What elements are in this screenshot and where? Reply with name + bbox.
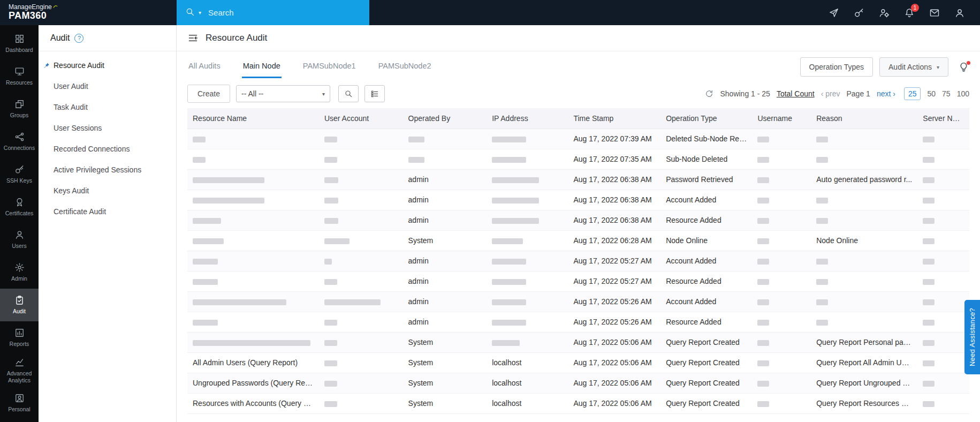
search-input[interactable]	[208, 8, 337, 17]
sidebar-item-keys-audit[interactable]: Keys Audit	[39, 180, 176, 201]
operation-type-filter-select[interactable]: -- All -- ▾	[236, 85, 330, 102]
sidebar-item-advanced-analytics[interactable]: Advanced Analytics	[0, 354, 39, 387]
table-search-button[interactable]	[338, 85, 359, 102]
column-header[interactable]: Time Stamp	[568, 108, 660, 129]
sidebar-item-label: SSH Keys	[6, 177, 32, 184]
table-row[interactable]: SystemAug 17, 2022 05:06 AMQuery Report …	[187, 332, 969, 352]
page-size-100[interactable]: 100	[957, 89, 969, 98]
filter-selected-value: -- All --	[241, 89, 263, 98]
table-row[interactable]: adminAug 17, 2022 06:38 AMResource Added	[187, 210, 969, 230]
sidebar-item-user-sessions[interactable]: User Sessions	[39, 117, 176, 138]
audit-actions-button[interactable]: Audit Actions ▾	[879, 57, 948, 77]
table-row[interactable]: adminAug 17, 2022 06:38 AMPassword Retri…	[187, 169, 969, 190]
total-count-link[interactable]: Total Count	[777, 89, 815, 98]
collapse-sidebar-icon[interactable]	[187, 33, 199, 44]
tab-pamsubnode1[interactable]: PAMSubNode1	[302, 56, 357, 78]
user-settings-icon[interactable]	[879, 7, 890, 18]
sidebar-item-dashboard[interactable]: Dashboard	[0, 27, 39, 60]
need-assistance-tab[interactable]: Need Assistance?	[964, 300, 980, 374]
redacted-value	[492, 238, 523, 244]
sidebar-item-connections[interactable]: Connections	[0, 125, 39, 158]
column-header[interactable]: Operation Type	[660, 108, 752, 129]
table-cell: Resource Added	[660, 210, 752, 230]
table-cell: Sub-Node Deleted	[660, 149, 752, 169]
page-size-25[interactable]: 25	[904, 87, 921, 100]
table-row[interactable]: Aug 17, 2022 07:35 AMSub-Node Deleted	[187, 149, 969, 169]
table-row[interactable]: Aug 17, 2022 07:39 AMDeleted Sub-Node Re…	[187, 129, 969, 149]
sidebar-item-resource-audit[interactable]: Resource Audit	[39, 55, 176, 76]
page-size-75[interactable]: 75	[942, 89, 951, 98]
table-row[interactable]: Resources with Accounts (Query Re...Syst…	[187, 393, 969, 413]
table-row[interactable]: adminAug 17, 2022 06:38 AMAccount Added	[187, 190, 969, 210]
table-cell	[917, 373, 969, 393]
key-icon[interactable]	[854, 7, 864, 18]
redacted-value	[492, 218, 539, 224]
create-button[interactable]: Create	[187, 85, 230, 103]
column-header[interactable]: Resource Name	[187, 108, 319, 129]
table-cell	[917, 352, 969, 373]
table-cell	[917, 169, 969, 190]
table-row[interactable]: adminAug 17, 2022 05:27 AMAccount Added	[187, 251, 969, 271]
bell-icon[interactable]: 1	[904, 7, 915, 18]
tab-all-audits[interactable]: All Audits	[187, 56, 222, 78]
table-cell	[811, 210, 917, 230]
sidebar-item-resources[interactable]: Resources	[0, 60, 39, 93]
sidebar-item-recorded-connections[interactable]: Recorded Connections	[39, 138, 176, 159]
send-icon[interactable]	[829, 7, 839, 18]
page-size-50[interactable]: 50	[927, 89, 936, 98]
table-cell	[811, 291, 917, 312]
sidebar-item-certificate-audit[interactable]: Certificate Audit	[39, 201, 176, 222]
table-row[interactable]: adminAug 17, 2022 05:26 AMResource Added	[187, 312, 969, 332]
table-cell: Aug 17, 2022 05:06 AM	[568, 373, 660, 393]
column-header[interactable]: User Account	[319, 108, 403, 129]
sidebar-item-ssh-keys[interactable]: SSH Keys	[0, 158, 39, 191]
sidebar-item-users[interactable]: Users	[0, 223, 39, 256]
search-icon[interactable]	[185, 7, 195, 19]
tab-pamsubnode2[interactable]: PAMSubNode2	[377, 56, 432, 78]
table-cell	[917, 190, 969, 210]
redacted-value	[923, 360, 935, 366]
table-cell: Account Added	[660, 190, 752, 210]
column-header[interactable]: Operated By	[403, 108, 487, 129]
sidebar-item-task-audit[interactable]: Task Audit	[39, 96, 176, 117]
sidebar-item-label: Keys Audit	[54, 186, 89, 195]
brand-logo[interactable]: ManageEngine PAM360	[0, 0, 177, 25]
search-category-caret-icon[interactable]: ▾	[199, 10, 201, 16]
sidebar-item-audit[interactable]: Audit	[0, 289, 39, 321]
help-icon[interactable]: ?	[74, 34, 83, 43]
tab-main-node[interactable]: Main Node	[242, 56, 282, 78]
column-header[interactable]: Server Name	[917, 108, 969, 129]
sidebar-item-user-audit[interactable]: User Audit	[39, 76, 176, 96]
ssh-keys-icon	[14, 164, 25, 175]
redacted-value	[193, 299, 286, 305]
sidebar-item-label: Active Privileged Sessions	[54, 165, 141, 174]
column-header[interactable]: Reason	[811, 108, 917, 129]
table-row[interactable]: adminAug 17, 2022 05:26 AMAccount Added	[187, 291, 969, 312]
column-header[interactable]: IP Address	[487, 108, 568, 129]
table-cell	[811, 149, 917, 169]
sidebar-item-reports[interactable]: Reports	[0, 321, 39, 354]
sidebar-item-certificates[interactable]: Certificates	[0, 191, 39, 223]
sidebar-item-active-privileged-sessions[interactable]: Active Privileged Sessions	[39, 159, 176, 180]
sidebar-item-groups[interactable]: Groups	[0, 93, 39, 125]
tips-bulb-icon[interactable]	[958, 62, 969, 73]
table-row[interactable]: Ungrouped Passwords (Query Report)System…	[187, 373, 969, 393]
mail-icon[interactable]	[929, 7, 940, 18]
column-chooser-button[interactable]	[364, 85, 385, 102]
redacted-value	[324, 279, 337, 285]
table-row[interactable]: SystemAug 17, 2022 06:28 AMNode OnlineNo…	[187, 230, 969, 251]
next-page-link[interactable]: next ›	[877, 89, 895, 98]
prev-page-link[interactable]: ‹ prev	[821, 89, 840, 98]
sidebar-item-personal[interactable]: Personal	[0, 387, 39, 419]
operation-types-button[interactable]: Operation Types	[800, 57, 873, 77]
refresh-icon[interactable]	[705, 89, 713, 98]
sidebar-item-admin[interactable]: Admin	[0, 256, 39, 289]
table-cell: Aug 17, 2022 05:27 AM	[568, 251, 660, 271]
column-header[interactable]: Username	[752, 108, 811, 129]
table-row[interactable]: adminAug 17, 2022 05:27 AMResource Added	[187, 271, 969, 291]
redacted-value	[923, 259, 935, 265]
profile-icon[interactable]	[954, 7, 965, 18]
table-cell: admin	[403, 210, 487, 230]
redacted-value	[757, 340, 769, 346]
table-row[interactable]: All Admin Users (Query Report)Systemloca…	[187, 352, 969, 373]
